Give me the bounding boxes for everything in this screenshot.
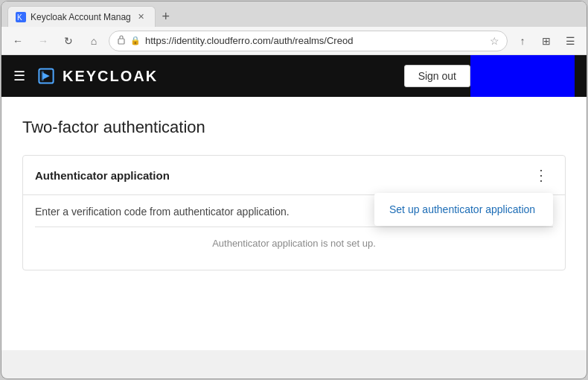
share-button[interactable]: ↑ bbox=[512, 31, 533, 51]
setup-authenticator-item[interactable]: Set up authenticator application bbox=[374, 193, 553, 226]
browser-window: K Keycloak Account Manag ✕ + ← → ↻ ⌂ 🔒 h… bbox=[1, 1, 587, 379]
toolbar-actions: ↑ ⊞ ☰ bbox=[512, 31, 581, 51]
page-title: Two-factor authentication bbox=[22, 118, 566, 137]
user-area bbox=[470, 55, 575, 97]
forward-button[interactable]: → bbox=[33, 31, 54, 51]
dropdown-menu: Set up authenticator application bbox=[374, 193, 553, 226]
extensions-button[interactable]: ⊞ bbox=[536, 31, 557, 51]
new-tab-button[interactable]: + bbox=[156, 6, 176, 27]
auth-card-header: Authenticator application ⋮ bbox=[23, 156, 565, 195]
home-button[interactable]: ⌂ bbox=[83, 31, 104, 51]
keycloak-logo-text: KEYCLOAK bbox=[63, 68, 158, 85]
svg-rect-5 bbox=[42, 72, 44, 81]
url-text: https://identity.cloudferro.com/auth/rea… bbox=[145, 35, 485, 46]
keycloak-logo-icon bbox=[34, 64, 58, 88]
setup-authenticator-label: Set up authenticator application bbox=[389, 203, 535, 215]
sign-out-button[interactable]: Sign out bbox=[404, 65, 470, 87]
hamburger-button[interactable]: ☰ bbox=[13, 68, 25, 84]
tab-title: Keycloak Account Manag bbox=[31, 12, 131, 22]
tab-bar: K Keycloak Account Manag ✕ + bbox=[1, 1, 587, 27]
keycloak-header: ☰ KEYCLOAK Sign out bbox=[1, 55, 587, 97]
svg-text:K: K bbox=[17, 13, 22, 22]
header-right: Sign out bbox=[404, 55, 575, 97]
reload-button[interactable]: ↻ bbox=[58, 31, 79, 51]
app-content: ☰ KEYCLOAK Sign out Two-factor authentic… bbox=[1, 55, 587, 350]
auth-status: Authenticator application is not set up. bbox=[35, 227, 553, 259]
main-content: Two-factor authentication Authenticator … bbox=[1, 97, 587, 282]
keycloak-logo: KEYCLOAK bbox=[34, 64, 158, 88]
auth-card-title: Authenticator application bbox=[35, 169, 170, 182]
menu-button[interactable]: ☰ bbox=[560, 31, 581, 51]
more-options-button[interactable]: ⋮ bbox=[529, 166, 553, 184]
https-icon: 🔒 bbox=[130, 36, 141, 45]
bookmark-icon[interactable]: ☆ bbox=[490, 35, 499, 47]
security-icon bbox=[117, 34, 126, 47]
back-button[interactable]: ← bbox=[7, 31, 28, 51]
authenticator-card: Authenticator application ⋮ Enter a veri… bbox=[22, 155, 566, 270]
address-bar[interactable]: 🔒 https://identity.cloudferro.com/auth/r… bbox=[109, 31, 508, 51]
header-left: ☰ KEYCLOAK bbox=[13, 64, 158, 88]
browser-tab-keycloak[interactable]: K Keycloak Account Manag ✕ bbox=[7, 6, 156, 27]
svg-rect-2 bbox=[118, 39, 124, 44]
tab-close-button[interactable]: ✕ bbox=[135, 11, 147, 23]
browser-toolbar: ← → ↻ ⌂ 🔒 https://identity.cloudferro.co… bbox=[1, 27, 587, 55]
tab-favicon: K bbox=[16, 12, 26, 22]
